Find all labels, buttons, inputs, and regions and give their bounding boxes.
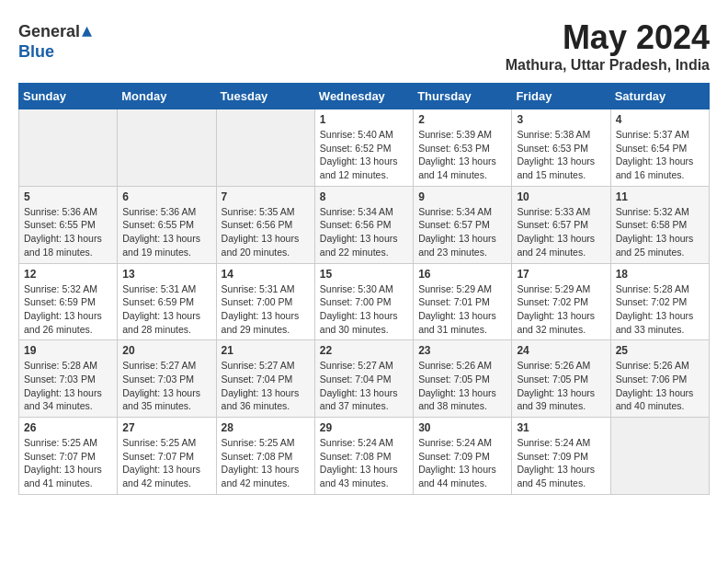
day-number: 22 (320, 344, 408, 357)
calendar-week-2: 5Sunrise: 5:36 AMSunset: 6:55 PMDaylight… (19, 186, 710, 263)
day-info: Sunrise: 5:34 AMSunset: 6:56 PMDaylight:… (320, 205, 408, 259)
day-info: Sunrise: 5:28 AMSunset: 7:02 PMDaylight:… (616, 282, 704, 337)
day-info-line: Sunrise: 5:31 AM (122, 282, 210, 296)
calendar-week-4: 19Sunrise: 5:28 AMSunset: 7:03 PMDayligh… (19, 340, 710, 418)
day-info: Sunrise: 5:40 AMSunset: 6:52 PMDaylight:… (320, 128, 408, 182)
day-info-line: Sunset: 7:02 PM (616, 295, 704, 309)
logo-bird-icon: ▴ (82, 18, 92, 41)
day-info-line: Daylight: 13 hours and 24 minutes. (517, 232, 605, 259)
day-info-line: Daylight: 13 hours and 29 minutes. (222, 309, 310, 336)
day-info-line: Sunset: 7:00 PM (320, 295, 408, 309)
calendar-cell: 11Sunrise: 5:32 AMSunset: 6:58 PMDayligh… (610, 186, 709, 263)
day-number: 3 (517, 113, 605, 126)
page-subtitle: Mathura, Uttar Pradesh, India (506, 57, 710, 74)
day-info-line: Sunset: 6:53 PM (418, 142, 506, 155)
day-number: 4 (616, 113, 704, 126)
day-info-line: Daylight: 13 hours and 14 minutes. (418, 155, 506, 181)
calendar-cell: 29Sunrise: 5:24 AMSunset: 7:08 PMDayligh… (314, 418, 413, 495)
day-info-line: Sunrise: 5:29 AM (418, 282, 506, 296)
day-info-line: Sunset: 7:08 PM (320, 450, 408, 464)
day-info-line: Sunset: 7:04 PM (222, 373, 310, 386)
day-info: Sunrise: 5:30 AMSunset: 7:00 PMDaylight:… (320, 282, 408, 337)
day-number: 30 (418, 421, 506, 434)
day-info-line: Daylight: 13 hours and 31 minutes. (418, 309, 506, 336)
day-info-line: Daylight: 13 hours and 25 minutes. (616, 232, 704, 259)
day-info: Sunrise: 5:35 AMSunset: 6:56 PMDaylight:… (222, 205, 310, 259)
day-info-line: Sunset: 6:59 PM (122, 295, 210, 309)
calendar-cell: 30Sunrise: 5:24 AMSunset: 7:09 PMDayligh… (414, 418, 512, 495)
day-info-line: Daylight: 13 hours and 20 minutes. (222, 232, 310, 259)
day-number: 8 (320, 190, 408, 203)
day-info-line: Daylight: 13 hours and 34 minutes. (24, 386, 112, 413)
calendar-cell (610, 418, 709, 495)
day-info-line: Daylight: 13 hours and 43 minutes. (320, 463, 408, 489)
calendar-cell: 9Sunrise: 5:34 AMSunset: 6:57 PMDaylight… (414, 186, 512, 263)
day-info: Sunrise: 5:36 AMSunset: 6:55 PMDaylight:… (24, 205, 112, 259)
day-info-line: Sunrise: 5:36 AM (24, 205, 112, 219)
day-info-line: Sunset: 7:06 PM (616, 373, 704, 386)
day-number: 5 (24, 190, 112, 203)
day-info-line: Sunrise: 5:34 AM (418, 205, 506, 219)
day-number: 12 (24, 268, 112, 281)
day-number: 6 (122, 190, 210, 203)
day-info-line: Daylight: 13 hours and 32 minutes. (517, 309, 605, 336)
day-info-line: Daylight: 13 hours and 22 minutes. (320, 232, 408, 259)
day-info-line: Sunrise: 5:26 AM (418, 359, 506, 373)
day-info-line: Daylight: 13 hours and 39 minutes. (517, 386, 605, 413)
day-info-line: Sunrise: 5:40 AM (320, 128, 408, 142)
day-number: 17 (517, 268, 605, 281)
day-info-line: Daylight: 13 hours and 35 minutes. (122, 386, 210, 413)
day-info: Sunrise: 5:29 AMSunset: 7:02 PMDaylight:… (517, 282, 605, 337)
day-info-line: Sunset: 6:56 PM (222, 218, 310, 232)
day-number: 16 (418, 268, 506, 281)
day-number: 21 (222, 344, 310, 357)
calendar-cell: 1Sunrise: 5:40 AMSunset: 6:52 PMDaylight… (314, 109, 413, 187)
day-info-line: Sunset: 7:05 PM (418, 373, 506, 386)
day-info: Sunrise: 5:29 AMSunset: 7:01 PMDaylight:… (418, 282, 506, 337)
day-info-line: Sunset: 7:07 PM (122, 450, 210, 464)
day-info-line: Daylight: 13 hours and 30 minutes. (320, 309, 408, 336)
day-info-line: Daylight: 13 hours and 26 minutes. (24, 309, 112, 336)
day-info-line: Sunrise: 5:37 AM (616, 128, 704, 142)
day-info-line: Sunrise: 5:25 AM (24, 436, 112, 450)
day-info-line: Sunset: 7:01 PM (418, 295, 506, 309)
calendar-cell: 18Sunrise: 5:28 AMSunset: 7:02 PMDayligh… (610, 263, 709, 340)
day-info: Sunrise: 5:32 AMSunset: 6:59 PMDaylight:… (24, 282, 112, 337)
day-info-line: Sunrise: 5:31 AM (222, 282, 310, 296)
day-number: 11 (616, 190, 704, 203)
day-info: Sunrise: 5:32 AMSunset: 6:58 PMDaylight:… (616, 205, 704, 259)
calendar-cell: 7Sunrise: 5:35 AMSunset: 6:56 PMDaylight… (216, 186, 314, 263)
day-info: Sunrise: 5:25 AMSunset: 7:07 PMDaylight:… (122, 436, 210, 490)
calendar-cell (118, 109, 216, 187)
day-info-line: Sunrise: 5:28 AM (24, 359, 112, 373)
day-info-line: Sunset: 6:56 PM (320, 218, 408, 232)
calendar-cell: 12Sunrise: 5:32 AMSunset: 6:59 PMDayligh… (19, 263, 118, 340)
calendar-cell: 20Sunrise: 5:27 AMSunset: 7:03 PMDayligh… (118, 340, 216, 418)
day-info-line: Daylight: 13 hours and 45 minutes. (517, 463, 605, 489)
day-info-line: Daylight: 13 hours and 44 minutes. (418, 463, 506, 489)
day-info: Sunrise: 5:33 AMSunset: 6:57 PMDaylight:… (517, 205, 605, 259)
day-info-line: Sunset: 7:05 PM (517, 373, 605, 386)
day-info-line: Daylight: 13 hours and 33 minutes. (616, 309, 704, 336)
calendar-cell: 13Sunrise: 5:31 AMSunset: 6:59 PMDayligh… (118, 263, 216, 340)
day-number: 20 (122, 344, 210, 357)
day-info: Sunrise: 5:26 AMSunset: 7:05 PMDaylight:… (418, 359, 506, 413)
day-info-line: Sunset: 6:57 PM (517, 218, 605, 232)
day-info-line: Daylight: 13 hours and 38 minutes. (418, 386, 506, 413)
day-info-line: Daylight: 13 hours and 23 minutes. (418, 232, 506, 259)
logo-general: General (18, 22, 80, 40)
calendar-cell: 23Sunrise: 5:26 AMSunset: 7:05 PMDayligh… (414, 340, 512, 418)
calendar-cell: 28Sunrise: 5:25 AMSunset: 7:08 PMDayligh… (216, 418, 314, 495)
day-number: 26 (24, 421, 112, 434)
calendar-header-saturday: Saturday (610, 84, 709, 109)
day-info: Sunrise: 5:26 AMSunset: 7:05 PMDaylight:… (517, 359, 605, 413)
calendar-week-1: 1Sunrise: 5:40 AMSunset: 6:52 PMDaylight… (19, 109, 710, 187)
calendar-cell (19, 109, 118, 187)
day-info-line: Sunrise: 5:26 AM (616, 359, 704, 373)
day-number: 13 (122, 268, 210, 281)
day-info-line: Sunrise: 5:26 AM (517, 359, 605, 373)
page-title: May 2024 (506, 18, 710, 57)
day-info-line: Sunset: 7:08 PM (222, 450, 310, 464)
day-info: Sunrise: 5:24 AMSunset: 7:09 PMDaylight:… (517, 436, 605, 490)
day-info-line: Sunset: 6:52 PM (320, 142, 408, 155)
